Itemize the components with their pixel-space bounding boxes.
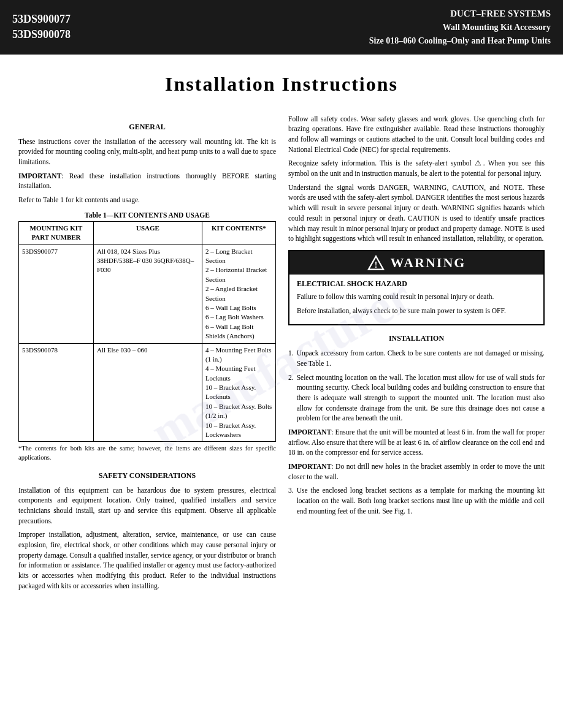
safety-para1: Installation of this equipment can be ha…: [18, 485, 276, 526]
general-important-label: IMPORTANT: [18, 172, 61, 180]
installation-list-step3: 3.Use the enclosed long bracket sections…: [288, 485, 545, 516]
brand: DUCT–FREE SYSTEMS: [369, 6, 551, 21]
warning-header: ! WARNING: [289, 251, 543, 275]
kit-contents-table: MOUNTING KIT PART NUMBER USAGE KIT CONTE…: [18, 221, 276, 442]
list-item: 6 – Wall Lag Bolt Shields (Anchors): [205, 322, 272, 341]
list-item: 2 – Angled Bracket Section: [205, 284, 272, 303]
important2-label: IMPORTANT: [288, 463, 331, 470]
install-step-3: 3.Use the enclosed long bracket sections…: [288, 485, 545, 516]
general-para2: IMPORTANT: Read these installation instr…: [18, 171, 276, 191]
list-item: 10 – Bracket Assy. Locknuts: [205, 383, 272, 402]
install-step: 1.Unpack accessory from carton. Check to…: [288, 348, 545, 368]
page-header: 53DS900077 53DS900078 DUCT–FREE SYSTEMS …: [0, 0, 563, 55]
installation-list: 1.Unpack accessory from carton. Check to…: [288, 348, 545, 423]
right-para2: Recognize safety information. This is th…: [288, 158, 545, 178]
step3-text: Use the enclosed long bracket sections a…: [297, 485, 545, 516]
right-para1: Follow all safety codes. Wear safety gla…: [288, 114, 545, 155]
table-usage: All 018, 024 Sizes Plus 38HDF/538E–F 030…: [93, 245, 202, 343]
right-para3: Understand the signal words DANGER, WARN…: [288, 183, 545, 244]
list-item: 4 – Mounting Feet Bolts (1 in.): [205, 346, 272, 365]
model-numbers: 53DS900077 53DS900078: [12, 12, 71, 42]
installation-heading: INSTALLATION: [288, 334, 545, 343]
model2: 53DS900078: [12, 27, 71, 42]
warning-triangle-icon: !: [367, 255, 385, 271]
table-kit-contents: 4 – Mounting Feet Bolts (1 in.)4 – Mount…: [202, 343, 275, 442]
installation-important2: IMPORTANT: Do not drill new holes in the…: [288, 461, 545, 482]
installation-important1: IMPORTANT: Ensure that the unit will be …: [288, 427, 545, 458]
table-col3-header: KIT CONTENTS*: [202, 221, 275, 245]
safety-heading: SAFETY CONSIDERATIONS: [18, 471, 276, 480]
general-para1: These instructions cover the installatio…: [18, 137, 276, 167]
safety-para2: Improper installation, adjustment, alter…: [18, 529, 276, 591]
main-content: GENERAL These instructions cover the ins…: [0, 108, 563, 607]
page-title: Installation Instructions: [12, 73, 551, 96]
model1: 53DS900077: [12, 12, 71, 27]
table-part-number: 53DS900078: [19, 343, 94, 442]
list-item: 2 – Long Bracket Section: [205, 247, 272, 266]
table-col2-header: USAGE: [93, 221, 202, 245]
table-col1-header: MOUNTING KIT PART NUMBER: [19, 221, 94, 245]
product-name: Wall Mounting Kit Accessory: [369, 21, 551, 34]
svg-text:!: !: [374, 260, 377, 270]
warning-title: WARNING: [391, 255, 466, 271]
list-item: 4 – Mounting Feet Locknuts: [205, 364, 272, 383]
title-section: Installation Instructions: [0, 55, 563, 108]
list-item: 6 – Lag Bolt Washers: [205, 313, 272, 322]
warning-para2: Before installation, always check to be …: [297, 306, 536, 316]
table-title: Table 1—KIT CONTENTS AND USAGE: [18, 211, 276, 219]
list-item: 10 – Bracket Assy. Bolts (1/2 in.): [205, 402, 272, 421]
list-item: 6 – Wall Lag Bolts: [205, 303, 272, 313]
step3-number: 3.: [288, 485, 294, 516]
warning-body: ELECTRICAL SHOCK HAZARD Failure to follo…: [289, 275, 543, 324]
left-column: GENERAL These instructions cover the ins…: [18, 114, 276, 595]
step-text: Select mounting location on the wall. Th…: [297, 373, 545, 423]
step-number: 1.: [288, 348, 294, 368]
shock-hazard-heading: ELECTRICAL SHOCK HAZARD: [297, 279, 536, 289]
table-kit-contents: 2 – Long Bracket Section2 – Horizontal B…: [202, 245, 275, 343]
general-para3: Refer to Table 1 for kit contents and us…: [18, 195, 276, 205]
table-usage: All Else 030 – 060: [93, 343, 202, 442]
warning-para1: Failure to follow this warning could res…: [297, 292, 536, 302]
right-column: Follow all safety codes. Wear safety gla…: [288, 114, 545, 595]
table-footnote: *The contents for both kits are the same…: [18, 444, 276, 462]
important1-label: IMPORTANT: [288, 428, 331, 436]
table-part-number: 53DS900077: [19, 245, 94, 343]
list-item: 2 – Horizontal Bracket Section: [205, 265, 272, 284]
general-heading: GENERAL: [18, 123, 276, 132]
warning-box: ! WARNING ELECTRICAL SHOCK HAZARD Failur…: [288, 250, 545, 325]
install-step: 2.Select mounting location on the wall. …: [288, 373, 545, 423]
size-info: Size 018–060 Cooling–Only and Heat Pump …: [369, 34, 551, 48]
step-text: Unpack accessory from carton. Check to b…: [297, 348, 545, 368]
list-item: 10 – Bracket Assy. Lockwashers: [205, 421, 272, 440]
step-number: 2.: [288, 373, 294, 423]
product-info: DUCT–FREE SYSTEMS Wall Mounting Kit Acce…: [369, 6, 551, 48]
